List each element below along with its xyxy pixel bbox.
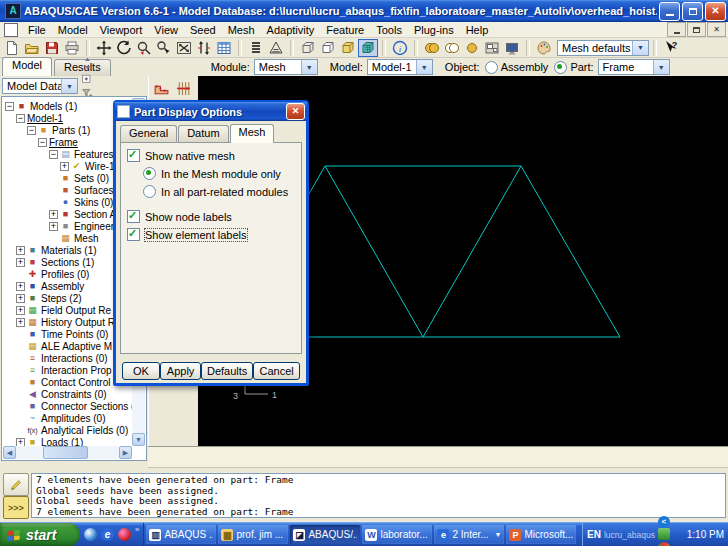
open-file-icon[interactable] xyxy=(22,39,42,57)
tree-item-constraints-0[interactable]: ◀Constraints (0) xyxy=(3,388,132,400)
taskbar-button-2inter[interactable]: e2 Inter...▼ xyxy=(434,525,504,544)
rotate-icon[interactable] xyxy=(114,39,134,57)
media-player-icon[interactable] xyxy=(84,528,97,541)
dialog-close-icon[interactable]: ✕ xyxy=(286,103,305,120)
menu-help[interactable]: Help xyxy=(460,23,495,37)
dialog-tab-mesh[interactable]: Mesh xyxy=(230,124,275,143)
minimize-button[interactable] xyxy=(659,2,680,21)
expand-icon[interactable]: + xyxy=(49,210,58,219)
menu-file[interactable]: File xyxy=(22,23,52,37)
all-modules-radio[interactable] xyxy=(143,185,156,198)
language-indicator[interactable]: EN xyxy=(587,529,601,540)
menu-viewport[interactable]: Viewport xyxy=(94,23,149,37)
print-icon[interactable] xyxy=(62,39,82,57)
context-help-icon[interactable]: ? xyxy=(661,39,681,57)
chevron-down-icon[interactable]: ▼ xyxy=(301,60,317,74)
expand-icon[interactable]: + xyxy=(16,294,25,303)
save-icon[interactable] xyxy=(42,39,62,57)
internet-explorer-icon[interactable]: e xyxy=(101,528,114,541)
taskbar-button-abaqus[interactable]: ◪ABAQUS/... xyxy=(290,525,360,544)
auto-fit-icon[interactable] xyxy=(194,39,214,57)
tree-item-loads-1[interactable]: +■Loads (1) xyxy=(3,436,132,446)
render-shaded-icon[interactable] xyxy=(338,39,358,57)
menu-feature[interactable]: Feature xyxy=(320,23,370,37)
expand-icon[interactable]: + xyxy=(16,318,25,327)
menu-model[interactable]: Model xyxy=(52,23,94,37)
tab-model[interactable]: Model xyxy=(2,57,52,76)
back-circle-icon[interactable]: < xyxy=(658,516,670,528)
tree-hscrollbar[interactable]: ◀ ▶ xyxy=(3,446,132,459)
collapse-icon[interactable]: − xyxy=(5,102,14,111)
menu-plugins[interactable]: Plug-ins xyxy=(408,23,460,37)
taskbar-button-microsoft[interactable]: PMicrosoft... xyxy=(506,525,576,544)
seed-edge-icon[interactable] xyxy=(173,78,193,98)
realplayer-icon[interactable] xyxy=(118,528,131,541)
expand-icon[interactable]: + xyxy=(16,306,25,315)
expand-icon[interactable]: + xyxy=(16,438,25,447)
expand-icon[interactable]: + xyxy=(60,162,69,171)
scroll-left-icon[interactable]: ◀ xyxy=(3,446,16,459)
expand-all-icon[interactable] xyxy=(80,71,95,86)
apply-button[interactable]: Apply xyxy=(160,362,201,380)
defaults-button[interactable]: Defaults xyxy=(201,362,253,380)
menu-tools[interactable]: Tools xyxy=(370,23,408,37)
circles-overlap-icon[interactable] xyxy=(422,39,442,57)
collapse-icon[interactable]: − xyxy=(49,150,58,159)
green-square-icon[interactable] xyxy=(658,528,670,540)
palette-icon[interactable] xyxy=(534,39,554,57)
spin-arrows-icon[interactable] xyxy=(80,56,95,71)
expand-icon[interactable]: + xyxy=(16,246,25,255)
taskbar-button-abaqus[interactable]: ▥ABAQUS ... xyxy=(146,525,216,544)
circle-single-icon[interactable] xyxy=(462,39,482,57)
assembly-radio[interactable] xyxy=(485,61,498,74)
collapse-icon[interactable]: − xyxy=(27,126,36,135)
chevron-down-icon[interactable]: ▼ xyxy=(416,60,432,74)
dialog-titlebar[interactable]: Part Display Options ✕ xyxy=(115,102,307,121)
command-line-icon[interactable]: >>> xyxy=(3,496,29,519)
swirl-icon[interactable] xyxy=(658,542,670,546)
dialog-tab-general[interactable]: General xyxy=(120,125,177,142)
quick-launch-overflow-icon[interactable]: » xyxy=(135,523,139,534)
message-area-icon[interactable] xyxy=(3,473,29,496)
chevron-down-icon[interactable]: ▼ xyxy=(61,79,77,93)
view-table-icon[interactable] xyxy=(214,39,234,57)
dialog-tab-datum[interactable]: Datum xyxy=(178,125,228,142)
mesh-module-only-radio[interactable] xyxy=(143,167,156,180)
render-wireframe-icon[interactable] xyxy=(298,39,318,57)
pan-icon[interactable] xyxy=(94,39,114,57)
render-hidden-icon[interactable] xyxy=(318,39,338,57)
scroll-right-icon[interactable]: ▶ xyxy=(119,446,132,459)
menu-view[interactable]: View xyxy=(148,23,184,37)
taskbar-button-laborator[interactable]: Wlaborator... xyxy=(362,525,432,544)
tree-item-amplitudes-0[interactable]: ~Amplitudes (0) xyxy=(3,412,132,424)
mdi-minimize-button[interactable] xyxy=(667,22,686,37)
tree-item-connector-sections-0[interactable]: ■Connector Sections (0) xyxy=(3,400,132,412)
tree-item-analytical-fields-0[interactable]: f(x)Analytical Fields (0) xyxy=(3,424,132,436)
hscroll-thumb[interactable] xyxy=(43,446,88,459)
render-filled-icon[interactable] xyxy=(358,39,378,57)
expand-icon[interactable]: + xyxy=(16,258,25,267)
collapse-icon[interactable]: − xyxy=(16,114,25,123)
circles-outline-icon[interactable] xyxy=(442,39,462,57)
module-combo[interactable]: Mesh▼ xyxy=(254,59,318,75)
taskbar-button-profjim[interactable]: ▆prof. jim ... xyxy=(218,525,288,544)
ok-button[interactable]: OK xyxy=(122,362,160,380)
color-mapping-combo[interactable]: Mesh defaults▼ xyxy=(557,40,649,56)
magnify-icon[interactable] xyxy=(134,39,154,57)
show-element-labels-checkbox[interactable] xyxy=(127,228,140,241)
tree-scope-combo[interactable]: Model Database▼ xyxy=(2,78,78,94)
scroll-down-icon[interactable]: ▼ xyxy=(132,433,145,446)
chevron-down-icon[interactable]: ▼ xyxy=(653,60,669,74)
model-combo[interactable]: Model-1▼ xyxy=(367,59,433,75)
query-mesh-icon[interactable] xyxy=(266,39,286,57)
part-combo[interactable]: Frame▼ xyxy=(598,59,670,75)
expand-icon[interactable]: + xyxy=(49,222,58,231)
collapse-icon[interactable]: − xyxy=(38,138,47,147)
part-radio[interactable] xyxy=(554,61,567,74)
maximize-button[interactable] xyxy=(682,2,703,21)
menu-seed[interactable]: Seed xyxy=(184,23,222,37)
info-icon[interactable]: i xyxy=(390,39,410,57)
start-button[interactable]: start xyxy=(0,523,80,546)
seed-part-icon[interactable] xyxy=(151,78,171,98)
close-button[interactable]: ✕ xyxy=(705,2,726,21)
